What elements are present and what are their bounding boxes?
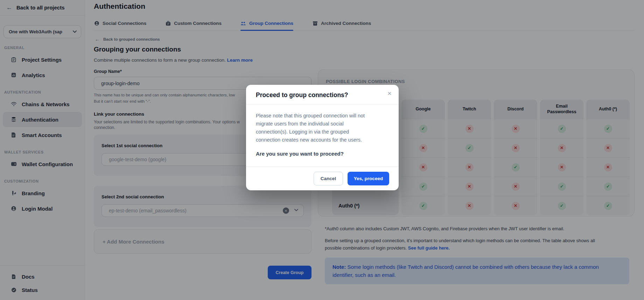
app-root: ← Back to all projects One with Web3Auth… xyxy=(0,0,644,300)
cancel-button[interactable]: Cancel xyxy=(314,172,343,185)
modal-title: Proceed to group connections? xyxy=(256,91,389,99)
close-icon[interactable]: ✕ xyxy=(386,89,393,98)
modal-body: Please note that this grouped connection… xyxy=(246,104,399,157)
modal-header: Proceed to group connections? ✕ xyxy=(246,85,399,104)
modal-footer: Cancel Yes, proceed xyxy=(246,166,399,190)
yes-proceed-button[interactable]: Yes, proceed xyxy=(348,172,389,185)
modal-question: Are you sure you want to proceed? xyxy=(256,151,389,157)
proceed-modal: Proceed to group connections? ✕ Please n… xyxy=(246,85,399,190)
